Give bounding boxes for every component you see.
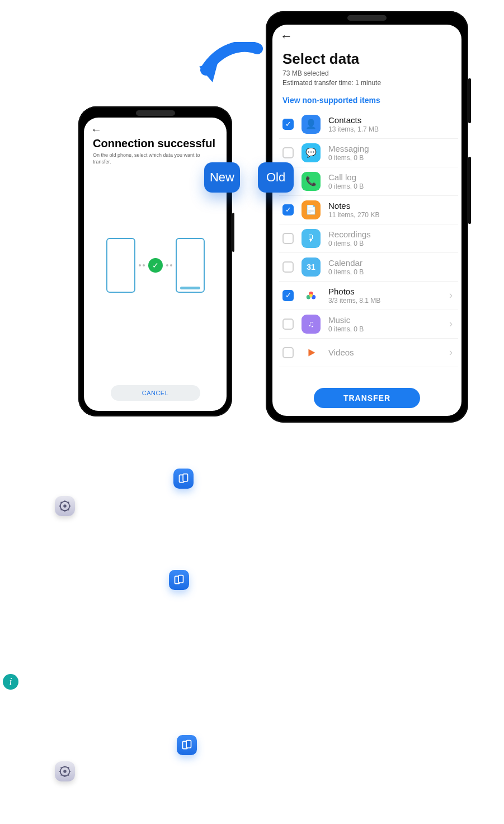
page-title: Connection successful [84, 136, 227, 152]
svg-line-30 [68, 767, 69, 769]
svg-rect-21 [186, 741, 191, 748]
svg-line-14 [61, 502, 62, 503]
phone-clone-icon [169, 570, 189, 590]
transfer-button[interactable]: TRANSFER [314, 388, 420, 408]
messaging-icon: 💬 [302, 143, 321, 162]
page-subtitle: On the old phone, select which data you … [84, 152, 227, 165]
data-category-list[interactable]: ✓👤Contacts13 items, 1.7 MB💬Messaging0 it… [272, 110, 461, 416]
photos-icon [302, 286, 321, 305]
item-subtitle: 0 items, 0 B [328, 268, 455, 276]
item-title: Music [328, 315, 449, 325]
checkbox [282, 233, 294, 244]
connection-illustration: ✓ [84, 238, 227, 293]
gear-icon [55, 496, 75, 516]
transfer-arrow-icon [196, 42, 263, 100]
old-phone-frame: ← Select data 73 MB selected Estimated t… [266, 11, 468, 423]
chevron-right-icon: › [449, 347, 455, 358]
checkbox [282, 319, 294, 330]
list-item[interactable]: ✓👤Contacts13 items, 1.7 MB [279, 110, 458, 139]
check-circle-icon: ✓ [148, 258, 163, 273]
phone-clone-icon [177, 735, 197, 755]
back-button[interactable]: ← [84, 118, 227, 136]
item-subtitle: 0 items, 0 B [328, 154, 455, 162]
svg-line-17 [61, 509, 62, 511]
chevron-right-icon: › [449, 289, 455, 301]
item-title: Videos [328, 348, 449, 357]
item-subtitle: 3/3 items, 8.1 MB [328, 297, 449, 305]
old-badge: Old [258, 162, 294, 193]
svg-rect-7 [183, 474, 187, 481]
recordings-icon: 🎙 [302, 229, 321, 248]
music-icon: ♫ [302, 315, 321, 334]
list-item: 🎙Recordings0 items, 0 B [279, 224, 458, 253]
transfer-eta: Estimated transfer time: 1 minute [272, 78, 461, 88]
checkbox[interactable]: ✓ [282, 119, 294, 130]
back-button[interactable]: ← [272, 25, 461, 44]
list-item: 31Calendar0 items, 0 B [279, 253, 458, 282]
item-title: Contacts [328, 115, 455, 125]
call-log-icon: 📞 [302, 172, 321, 191]
calendar-icon: 31 [302, 258, 321, 277]
list-item[interactable]: ✓📄Notes11 items, 270 KB [279, 196, 458, 224]
checkbox[interactable]: ✓ [282, 290, 294, 301]
info-icon: i [3, 674, 18, 690]
svg-point-4 [309, 294, 313, 297]
item-title: Photos [328, 287, 449, 296]
list-item: Videos› [279, 339, 458, 367]
videos-icon [302, 343, 321, 362]
item-subtitle: 11 items, 270 KB [328, 211, 455, 219]
item-title: Calendar [328, 258, 455, 268]
cancel-button[interactable]: CANCEL [111, 385, 200, 401]
svg-line-29 [68, 775, 69, 776]
new-badge: New [204, 162, 240, 193]
item-subtitle: 0 items, 0 B [328, 325, 449, 333]
svg-line-15 [68, 509, 69, 511]
selected-summary: 73 MB selected [272, 69, 461, 78]
mini-phone-left-icon [106, 238, 135, 293]
svg-rect-19 [178, 575, 183, 583]
new-phone-frame: ← Connection successful On the old phone… [78, 106, 232, 416]
item-title: Recordings [328, 230, 455, 239]
checkbox[interactable]: ✓ [282, 204, 294, 216]
item-subtitle: 0 items, 0 B [328, 240, 455, 247]
svg-point-23 [63, 770, 67, 773]
item-title: Messaging [328, 144, 455, 153]
item-title: Call log [328, 172, 455, 182]
phone-notch [347, 15, 387, 21]
contacts-icon: 👤 [302, 115, 321, 134]
non-supported-link[interactable]: View non-supported items [272, 88, 461, 110]
list-item[interactable]: ✓Photos3/3 items, 8.1 MB› [279, 282, 458, 310]
notes-icon: 📄 [302, 200, 321, 219]
svg-line-31 [61, 775, 62, 776]
svg-line-16 [68, 502, 69, 503]
mini-phone-right-icon [176, 238, 205, 293]
checkbox [282, 261, 294, 273]
list-item: ♫Music0 items, 0 B› [279, 310, 458, 339]
page-title: Select data [272, 44, 461, 69]
phone-notch [136, 110, 175, 116]
item-title: Notes [328, 201, 455, 210]
svg-point-9 [63, 504, 67, 508]
svg-line-28 [61, 767, 62, 769]
list-item: 💬Messaging0 items, 0 B [279, 139, 458, 167]
chevron-right-icon: › [449, 318, 455, 330]
list-item: 📞Call log0 items, 0 B [279, 167, 458, 196]
item-subtitle: 13 items, 1.7 MB [328, 125, 455, 133]
item-subtitle: 0 items, 0 B [328, 182, 455, 190]
checkbox [282, 147, 294, 158]
phone-clone-icon [173, 469, 194, 489]
svg-marker-5 [308, 349, 315, 356]
checkbox [282, 347, 294, 358]
gear-icon [55, 761, 75, 781]
